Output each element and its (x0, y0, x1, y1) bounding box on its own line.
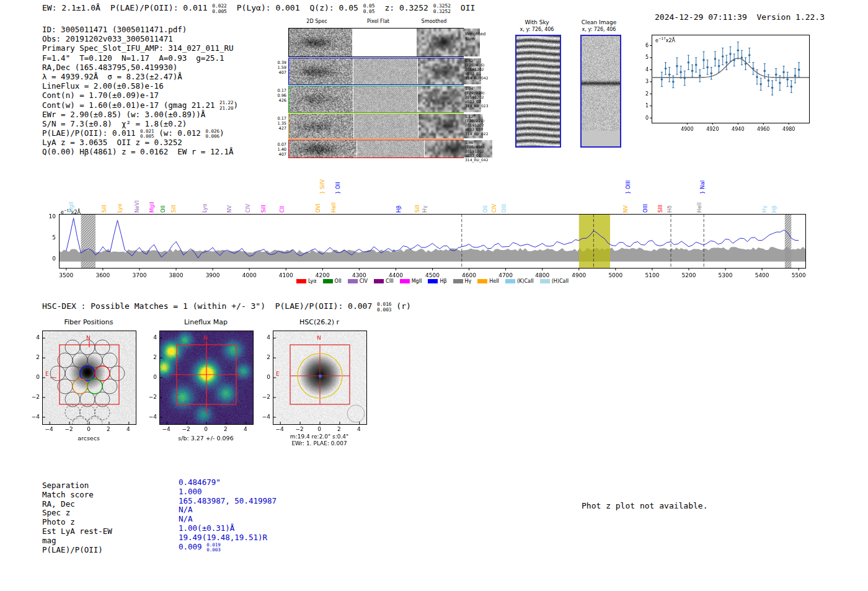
fiber-positions-title: Fiber Positions (42, 318, 135, 326)
panel-xtick-label: 4 (236, 426, 255, 432)
spec2d-row1-2dspec-canvas (289, 58, 353, 84)
spectrum-xtick-label: 5000 (606, 272, 625, 278)
text-segment: ) (219, 128, 224, 138)
info-line: Obs: 20191202v033_3005011471 (42, 34, 238, 43)
emission-line-label: SIII (658, 205, 663, 213)
text-segment: P(LAE)/P(OII): 0.011 (110, 3, 212, 12)
emission-line-label: OIII (643, 204, 649, 213)
emission-line-label: Lyα (117, 203, 123, 213)
emission-line-label: NV (227, 205, 232, 213)
panel-ytick-label: −2 (146, 394, 157, 400)
panel-ytick-label: −4 (29, 414, 40, 420)
info-line: λ = 4939.92Å σ = 8.23(±2.47)Å (42, 72, 238, 81)
spectrum-xtick-label: 4200 (313, 272, 332, 278)
legend-item: Hβ (428, 278, 446, 284)
text-segment: S/N = 7.3(±0.8) χ² = 1.8(±0.2) (42, 119, 187, 128)
cutout-panels: Fiber Positions Lineflux Map HSC(26.2) r… (0, 313, 446, 459)
legend-label: Hγ (465, 278, 472, 284)
match-table: Separation0.484679"Match score1.000RA, D… (42, 478, 365, 564)
stacked-uncertainty: 0.0190.003 (206, 543, 221, 553)
panel-xtick-label: −4 (40, 426, 58, 432)
spec2d-row-left-label: 0.17 1.35 427 (276, 116, 286, 131)
text-segment: 165.483987, 50.419987 (179, 496, 277, 505)
spectrum-xtick-label: 3800 (167, 272, 185, 278)
text-segment: Cont(w) = 1.60(±0.01)e-17 (gmag 21.21 (42, 100, 219, 110)
match-table-label: mag (42, 536, 56, 545)
legend-label: MgII (412, 278, 422, 284)
panel-ytick-label: 4 (29, 334, 40, 340)
stacked-uncertainty: 0.0220.005 (212, 4, 226, 14)
spectrum-xtick-label: 4700 (497, 272, 515, 278)
emission-line-label: Lyα (202, 203, 208, 213)
emission-line-label: NV (623, 205, 629, 213)
panel-ytick-label: 2 (146, 354, 157, 360)
legend-swatch (296, 279, 306, 283)
text-segment: ) (234, 100, 239, 110)
text-segment: Obs: 20191202v033_3005011471 (42, 34, 173, 43)
info-line: F=1.4" T=0.120 N=1.17 A=0.93 g=25.1 (42, 53, 238, 63)
panel-ytick-label: 0 (146, 374, 157, 380)
text-segment: Q(z): 0.05 (310, 3, 363, 12)
spectrum-xtick-label: 4600 (460, 272, 479, 278)
fiber-positions-image (42, 331, 136, 425)
legend-item: MgII (400, 278, 422, 284)
legend-item: Lyα (296, 278, 317, 284)
spec2d-row-left-label: 0.39 1.59 407 (276, 60, 286, 75)
panel-xtick-label: 4 (350, 426, 368, 432)
text-segment: 1.000 (179, 487, 202, 496)
spec2d-row2-pixelflat-canvas (353, 86, 417, 112)
legend-label: CIII (386, 278, 394, 284)
panel-caption: EWr: 1. PLAE: 0.007 (270, 440, 369, 447)
spec2d-row-left-label: 0.07 1.40 407 (276, 142, 286, 157)
spectrum-xtick-label: 5100 (643, 272, 662, 278)
panel-ytick-label: −4 (146, 414, 157, 420)
with-sky-subtitle: x, y: 726, 406 (515, 27, 559, 32)
match-table-value: 1.000 (179, 487, 202, 496)
text-segment: N/A (179, 514, 193, 523)
emission-line-label: SiII (415, 205, 420, 213)
info-line: LineFlux = 2.00(±0.58)e-16 (42, 81, 238, 91)
legend-item: CIV (348, 278, 368, 284)
emission-line-label: OIII (502, 204, 507, 213)
legend-swatch (374, 279, 384, 283)
text-segment: 1.00(±0.31)Å (179, 523, 234, 533)
hsc-summary-text: HSC-DEX : Possible Matches = 1 (within +… (42, 301, 411, 311)
spacer (747, 12, 757, 22)
spec2d-row (288, 58, 464, 85)
spectrum-xtick-label: 4000 (240, 272, 259, 278)
text-segment: P(Lyα): 0.001 (237, 3, 300, 12)
panel-xtick-label: 4 (119, 426, 138, 432)
emission-line-label: CIV (492, 204, 497, 213)
clean-image-title: Clean Image (577, 19, 621, 25)
spec2d-row-right-label: 1.46" (726, 406) 20191202 v033_01 314_RU… (465, 140, 501, 162)
panel-xtick-label: −2 (60, 426, 78, 432)
match-table-label: P(LAE)/P(OII) (42, 545, 103, 554)
info-line: ID: 3005011471 (3005011471.pdf) (42, 25, 238, 34)
emission-line-label: Hβ (772, 205, 777, 213)
spectrum-xtick-label: 4800 (533, 272, 552, 278)
emission-line-label: SiII (261, 205, 267, 213)
text-segment: (w: 0.012 (154, 128, 206, 138)
col-header-smoothed: Smoothed (415, 19, 453, 24)
emission-line-label: SiII (102, 205, 107, 213)
emission-line-label: OII (161, 205, 166, 213)
panel-ytick-label: −2 (259, 394, 270, 400)
info-line: Cont(n) = 1.70(±0.09)e-17 (42, 91, 238, 100)
text-segment: P(LAE)/P(OII): 0.011 (42, 128, 140, 138)
spec2d-cutout-strip: 2D Spec Pixel Flat Smoothed Weighted Sum… (276, 17, 502, 164)
panel-ytick-label: 4 (259, 334, 270, 340)
panel-caption: s/b: 3.27 +/- 0.096 (156, 435, 255, 442)
match-table-value: 0.484679" (179, 478, 221, 487)
text-segment: (r) (392, 301, 411, 311)
legend-swatch (477, 279, 487, 283)
spectrum-ytick-label: 10 (43, 213, 56, 220)
spec2d-row (288, 28, 464, 57)
text-segment: LyA z = 3.0635 OII z = 0.3252 (42, 138, 182, 147)
emission-line-label: CII (280, 206, 285, 213)
line-fit-zoom-canvas (642, 31, 815, 138)
legend-swatch (428, 279, 438, 283)
info-line: Cont(w) = 1.60(±0.01)e-17 (gmag 21.21 21… (42, 100, 238, 110)
legend-label: Hβ (440, 278, 446, 284)
emission-line-label: } OII (335, 182, 341, 194)
spec2d-row-left-label: 0.17 0.96 426 (276, 88, 286, 103)
